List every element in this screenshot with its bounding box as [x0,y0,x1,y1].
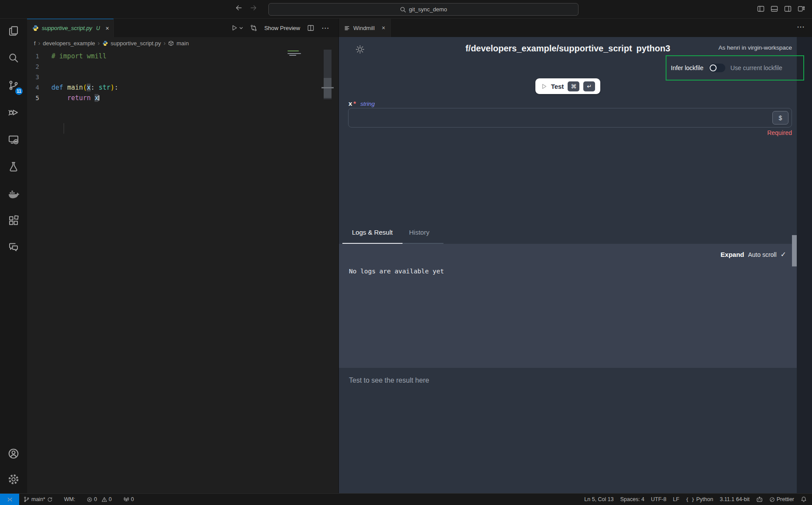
code-line[interactable]: 4def main(x: str): [27,82,338,93]
breadcrumb-folder[interactable]: f [34,40,36,47]
editor-tab-bar: supportive_script.py U × Show Preview ⋯ [27,19,338,37]
minimap[interactable] [288,49,305,75]
forward-arrow-icon[interactable] [250,4,257,11]
disabled-circle-icon [769,497,775,502]
python-interpreter[interactable]: 3.11.1 64-bit [720,496,750,502]
prettier-status[interactable]: Prettier [769,496,794,502]
windmill-status[interactable]: WM: [64,496,75,502]
code-token: x [95,94,98,102]
eol-sequence[interactable]: LF [673,496,680,502]
run-python-file-button[interactable] [231,24,243,31]
autoscroll-label[interactable]: Auto scroll [748,251,776,258]
required-error: Required [767,129,792,136]
windmill-tab-label: Windmill [353,25,375,31]
symbol-cube-icon [168,40,174,46]
code-token: # import wmill [51,52,106,60]
extensions-icon[interactable] [0,210,27,231]
copilot-icon[interactable] [756,496,763,503]
breadcrumb-folder[interactable]: developers_example [43,40,95,47]
code-token: def [51,84,67,91]
expand-button[interactable]: Expand [721,251,744,258]
tab-logs-result[interactable]: Logs & Result [342,229,403,244]
cmd-key-badge: ⌘ [568,81,579,91]
line-number: 5 [27,93,51,103]
python-file-icon [102,40,108,46]
more-actions-icon[interactable]: ⋯ [321,24,329,33]
breadcrumb-file[interactable]: supportive_script.py [111,40,161,47]
lockfile-toggle[interactable] [709,64,725,72]
customize-layout-icon[interactable] [798,5,805,13]
problems-status[interactable]: 0 0 [87,496,112,502]
argument-label: x* string [348,100,375,107]
toggle-secondary-sidebar-icon[interactable] [784,5,792,13]
infer-lockfile-label: Infer lockfile [671,64,704,71]
language-mode[interactable]: { } Python [686,496,713,502]
source-control-icon[interactable]: 11 [0,75,27,96]
back-arrow-icon[interactable] [235,4,242,11]
explorer-icon[interactable] [0,20,27,41]
toggle-primary-sidebar-icon[interactable] [757,5,765,13]
docker-icon[interactable] [0,183,27,204]
command-center-search[interactable]: git_sync_demo [268,3,579,16]
line-number: 4 [27,82,51,93]
editor-actions: Show Preview ⋯ [231,19,329,37]
line-number: 3 [27,72,51,82]
indentation[interactable]: Spaces: 4 [620,496,645,502]
close-icon[interactable]: × [105,25,109,32]
breadcrumb: f › developers_example › supportive_scri… [27,37,338,49]
close-icon[interactable]: × [382,24,385,31]
more-actions-icon[interactable]: ⋯ [797,22,805,32]
python-file-icon [32,25,39,31]
tab-history[interactable]: History [403,229,443,244]
test-button[interactable]: Test ⌘ ↵ [535,78,601,94]
indent-guide [64,123,64,134]
result-placeholder: Test to see the result here [349,377,429,384]
run-debug-icon[interactable] [0,102,27,123]
remote-indicator[interactable] [0,494,19,505]
argument-type: string [360,101,375,107]
code-token [51,94,67,102]
lockfile-option-box: Infer lockfile Use current lockfile [666,55,804,81]
account-icon[interactable] [0,443,27,464]
settings-gear-icon[interactable] [0,469,27,490]
split-editor-icon[interactable] [307,24,315,32]
enter-key-badge: ↵ [583,81,595,91]
code-editor[interactable]: 1# import wmill234def main(x: str):5 ret… [27,49,338,493]
editor-group: supportive_script.py U × Show Preview ⋯ … [27,19,338,493]
compare-changes-icon[interactable] [250,24,257,32]
argument-input[interactable]: $ [348,108,792,128]
error-icon [87,497,92,502]
code-token [91,94,95,102]
windmill-group: Windmill × ⋯ f/developers_example/suppor… [338,19,812,493]
dollar-variable-button[interactable]: $ [772,111,788,125]
line-number: 2 [27,61,51,72]
notifications-bell-icon[interactable] [801,496,807,502]
language-mode-icon: { } [686,497,694,502]
toggle-knob [710,64,717,71]
code-token: main [67,84,83,91]
search-view-icon[interactable] [0,47,27,68]
line-number: 1 [27,51,51,61]
remote-explorer-icon[interactable] [0,129,27,150]
show-preview-button[interactable]: Show Preview [264,25,300,31]
ports-status[interactable]: 0 [123,496,134,502]
code-token: : [91,84,98,91]
warning-icon [102,497,107,502]
testing-beaker-icon[interactable] [0,156,27,177]
windmill-tab[interactable]: Windmill × [339,19,391,37]
git-branch-status[interactable]: main* [24,496,53,502]
nav-arrows [235,4,257,11]
layout-controls [757,5,805,13]
encoding[interactable]: UTF-8 [651,496,666,502]
activity-bar: 11 [0,19,27,493]
panel-scrollbar-thumb[interactable] [792,235,797,266]
sync-icon [47,497,53,502]
toggle-panel-icon[interactable] [771,5,778,13]
workspace-info: As henri in virgin-workspace [718,44,792,51]
editor-tab-supportive-script[interactable]: supportive_script.py U × [27,19,114,37]
windmill-webview: f/developers_example/supportive_scriptpy… [339,37,812,493]
code-line[interactable]: 5 return x [27,93,338,103]
comments-icon[interactable] [0,236,27,257]
cursor-position[interactable]: Ln 5, Col 13 [584,496,613,502]
breadcrumb-symbol[interactable]: main [176,40,189,47]
